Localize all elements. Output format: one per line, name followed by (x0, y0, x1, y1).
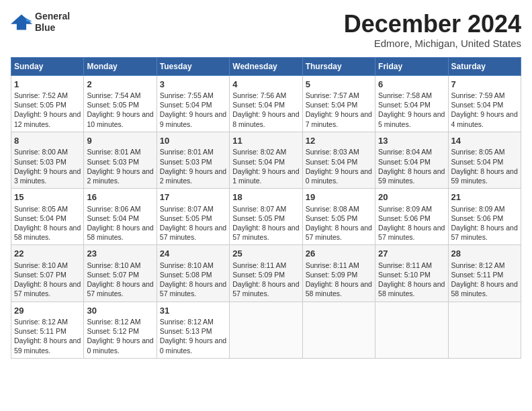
daylight-text: Daylight: 9 hours and 1 minute. (232, 167, 299, 185)
sunset-text: Sunset: 5:10 PM (378, 271, 431, 279)
sunset-text: Sunset: 5:08 PM (160, 271, 212, 279)
calendar-cell: 11Sunrise: 8:02 AMSunset: 5:04 PMDayligh… (230, 132, 302, 188)
sunrise-text: Sunrise: 8:01 AM (87, 148, 140, 156)
calendar-cell: 23Sunrise: 8:10 AMSunset: 5:07 PMDayligh… (84, 245, 157, 302)
daylight-text: Daylight: 9 hours and 8 minutes. (232, 110, 299, 128)
daylight-text: Daylight: 8 hours and 57 minutes. (160, 224, 226, 241)
calendar-cell: 21Sunrise: 8:09 AMSunset: 5:06 PMDayligh… (448, 189, 521, 245)
daylight-text: Daylight: 8 hours and 59 minutes. (378, 167, 445, 185)
daylight-text: Daylight: 9 hours and 0 minutes. (306, 167, 372, 185)
sunrise-text: Sunrise: 8:08 AM (306, 205, 359, 213)
day-number: 7 (451, 79, 518, 91)
sunrise-text: Sunrise: 7:52 AM (14, 91, 68, 99)
day-number: 10 (160, 135, 226, 147)
logo-icon (11, 13, 32, 32)
sunrise-text: Sunrise: 8:10 AM (14, 261, 68, 269)
calendar-header: SundayMondayTuesdayWednesdayThursdayFrid… (11, 57, 521, 75)
calendar-cell: 19Sunrise: 8:08 AMSunset: 5:05 PMDayligh… (302, 189, 375, 245)
daylight-text: Daylight: 9 hours and 7 minutes. (306, 110, 372, 128)
sunrise-text: Sunrise: 8:01 AM (160, 148, 214, 156)
day-number: 27 (378, 248, 445, 260)
sunrise-text: Sunrise: 8:00 AM (14, 148, 68, 156)
calendar-cell: 18Sunrise: 8:07 AMSunset: 5:05 PMDayligh… (230, 189, 302, 245)
sunset-text: Sunset: 5:04 PM (232, 158, 285, 166)
daylight-text: Daylight: 8 hours and 57 minutes. (87, 280, 153, 298)
calendar-cell: 29Sunrise: 8:12 AMSunset: 5:11 PMDayligh… (11, 302, 84, 358)
sunset-text: Sunset: 5:07 PM (14, 271, 66, 279)
daylight-text: Daylight: 8 hours and 58 minutes. (306, 280, 372, 298)
daylight-text: Daylight: 8 hours and 58 minutes. (378, 280, 445, 298)
calendar-cell: 10Sunrise: 8:01 AMSunset: 5:03 PMDayligh… (157, 132, 229, 188)
weekday-header-sunday: Sunday (11, 57, 84, 75)
sunset-text: Sunset: 5:03 PM (14, 158, 66, 166)
daylight-text: Daylight: 9 hours and 12 minutes. (14, 110, 81, 128)
sunset-text: Sunset: 5:05 PM (87, 101, 139, 109)
calendar-cell: 31Sunrise: 8:12 AMSunset: 5:13 PMDayligh… (157, 302, 229, 358)
sunset-text: Sunset: 5:05 PM (14, 101, 66, 109)
day-number: 15 (14, 191, 81, 203)
calendar-cell (375, 302, 448, 358)
sunrise-text: Sunrise: 8:02 AM (232, 148, 286, 156)
svg-marker-0 (11, 14, 32, 30)
calendar-cell (302, 302, 375, 358)
daylight-text: Daylight: 8 hours and 57 minutes. (160, 280, 226, 298)
daylight-text: Daylight: 8 hours and 58 minutes. (87, 224, 153, 241)
sunset-text: Sunset: 5:13 PM (160, 327, 212, 335)
sunrise-text: Sunrise: 8:11 AM (306, 261, 359, 269)
sunrise-text: Sunrise: 7:55 AM (160, 91, 214, 99)
sunrise-text: Sunrise: 7:58 AM (378, 91, 432, 99)
daylight-text: Daylight: 8 hours and 57 minutes. (232, 224, 299, 241)
sunset-text: Sunset: 5:04 PM (306, 158, 358, 166)
sunrise-text: Sunrise: 7:56 AM (232, 91, 286, 99)
daylight-text: Daylight: 9 hours and 0 minutes. (87, 336, 153, 354)
sunset-text: Sunset: 5:12 PM (87, 327, 139, 335)
weekday-header-monday: Monday (84, 57, 157, 75)
sunset-text: Sunset: 5:04 PM (160, 101, 212, 109)
sunrise-text: Sunrise: 8:07 AM (232, 205, 286, 213)
calendar-cell: 20Sunrise: 8:09 AMSunset: 5:06 PMDayligh… (375, 189, 448, 245)
day-number: 20 (378, 191, 445, 203)
sunrise-text: Sunrise: 8:12 AM (451, 261, 505, 269)
sunrise-text: Sunrise: 8:11 AM (378, 261, 432, 269)
calendar-week-3: 15Sunrise: 8:05 AMSunset: 5:04 PMDayligh… (11, 189, 521, 245)
sunset-text: Sunset: 5:04 PM (451, 158, 504, 166)
sunset-text: Sunset: 5:05 PM (232, 214, 285, 222)
daylight-text: Daylight: 8 hours and 59 minutes. (451, 167, 518, 185)
calendar-cell: 8Sunrise: 8:00 AMSunset: 5:03 PMDaylight… (11, 132, 84, 188)
sunset-text: Sunset: 5:06 PM (451, 214, 504, 222)
sunrise-text: Sunrise: 8:06 AM (87, 205, 140, 213)
day-number: 21 (451, 191, 518, 203)
calendar-cell: 13Sunrise: 8:04 AMSunset: 5:04 PMDayligh… (375, 132, 448, 188)
title-block: December 2024 Edmore, Michigan, United S… (344, 11, 521, 49)
daylight-text: Daylight: 8 hours and 57 minutes. (232, 280, 299, 298)
daylight-text: Daylight: 9 hours and 0 minutes. (160, 336, 226, 354)
sunset-text: Sunset: 5:11 PM (14, 327, 66, 335)
daylight-text: Daylight: 9 hours and 9 minutes. (160, 110, 226, 128)
sunset-text: Sunset: 5:04 PM (306, 101, 358, 109)
calendar-cell: 2Sunrise: 7:54 AMSunset: 5:05 PMDaylight… (84, 75, 157, 132)
sunrise-text: Sunrise: 8:03 AM (306, 148, 359, 156)
sunrise-text: Sunrise: 7:54 AM (87, 91, 140, 99)
day-number: 18 (232, 191, 299, 203)
calendar-cell: 6Sunrise: 7:58 AMSunset: 5:04 PMDaylight… (375, 75, 448, 132)
day-number: 19 (306, 191, 372, 203)
day-number: 11 (232, 135, 299, 147)
sunset-text: Sunset: 5:04 PM (451, 101, 504, 109)
calendar-cell: 27Sunrise: 8:11 AMSunset: 5:10 PMDayligh… (375, 245, 448, 302)
day-number: 28 (451, 248, 518, 260)
sunset-text: Sunset: 5:06 PM (378, 214, 431, 222)
sunset-text: Sunset: 5:03 PM (87, 158, 139, 166)
daylight-text: Daylight: 9 hours and 4 minutes. (451, 110, 518, 128)
sunrise-text: Sunrise: 8:10 AM (87, 261, 140, 269)
daylight-text: Daylight: 8 hours and 59 minutes. (14, 336, 81, 354)
calendar-cell: 30Sunrise: 8:12 AMSunset: 5:12 PMDayligh… (84, 302, 157, 358)
daylight-text: Daylight: 8 hours and 57 minutes. (451, 224, 518, 241)
day-number: 24 (160, 248, 226, 260)
sunrise-text: Sunrise: 8:11 AM (232, 261, 286, 269)
daylight-text: Daylight: 9 hours and 2 minutes. (87, 167, 153, 185)
sunrise-text: Sunrise: 8:05 AM (14, 205, 68, 213)
daylight-text: Daylight: 9 hours and 5 minutes. (378, 110, 445, 128)
sunrise-text: Sunrise: 8:05 AM (451, 148, 505, 156)
day-number: 29 (14, 305, 81, 317)
sunrise-text: Sunrise: 7:57 AM (306, 91, 359, 99)
